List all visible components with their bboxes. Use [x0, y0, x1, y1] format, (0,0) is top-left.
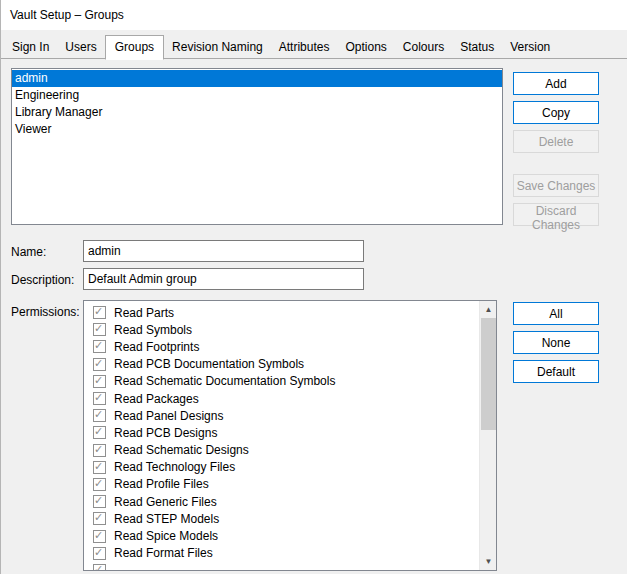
check-icon: ✓ [94, 460, 103, 473]
default-button[interactable]: Default [513, 360, 599, 383]
permission-label: Read Profile Files [114, 477, 209, 491]
permission-row[interactable]: ✓Read PCB Documentation Symbols [84, 356, 479, 373]
permission-checkbox[interactable]: ✓ [93, 512, 106, 525]
check-icon: ✓ [94, 511, 103, 524]
permission-label: Read PCB Designs [114, 426, 217, 440]
permission-checkbox[interactable]: ✓ [93, 340, 106, 353]
check-icon: ✓ [94, 305, 103, 318]
tab-sign-in[interactable]: Sign In [4, 36, 57, 59]
tab-version[interactable]: Version [502, 36, 558, 59]
tab-status[interactable]: Status [452, 36, 502, 59]
check-icon: ✓ [94, 357, 103, 370]
none-button[interactable]: None [513, 331, 599, 354]
permission-row[interactable]: ✓ [84, 562, 479, 571]
save-changes-button[interactable]: Save Changes [513, 174, 599, 197]
check-icon: ✓ [94, 322, 103, 335]
description-input[interactable] [83, 268, 364, 290]
delete-button[interactable]: Delete [513, 130, 599, 153]
all-button[interactable]: All [513, 302, 599, 325]
permission-label: Read STEP Models [114, 512, 219, 526]
permission-checkbox[interactable]: ✓ [93, 461, 106, 474]
tab-attributes[interactable]: Attributes [271, 36, 338, 59]
discard-changes-button[interactable]: Discard Changes [513, 203, 599, 226]
vault-setup-dialog: { "window": { "title": "Vault Setup – Gr… [0, 0, 627, 574]
permission-label: Read Footprints [114, 340, 199, 354]
permission-label: Read Parts [114, 306, 174, 320]
group-list-item[interactable]: admin [12, 70, 502, 87]
permission-row[interactable]: ✓Read Footprints [84, 338, 479, 355]
permission-checkbox[interactable]: ✓ [93, 306, 106, 319]
tab-groups[interactable]: Groups [105, 35, 164, 60]
permission-label: Read Panel Designs [114, 409, 223, 423]
permission-checkbox[interactable]: ✓ [93, 444, 106, 457]
description-label: Description: [11, 273, 74, 287]
tab-users[interactable]: Users [57, 36, 104, 59]
permission-row[interactable]: ✓Read Panel Designs [84, 407, 479, 424]
permission-row[interactable]: ✓Read Packages [84, 390, 479, 407]
permission-label: Read Schematic Designs [114, 443, 249, 457]
check-icon: ✓ [94, 494, 103, 507]
permission-label: Read Format Files [114, 546, 213, 560]
group-list[interactable]: adminEngineeringLibrary ManagerViewer [11, 68, 503, 225]
check-icon: ✓ [94, 408, 103, 421]
check-icon: ✓ [94, 374, 103, 387]
permissions-label: Permissions: [11, 305, 80, 319]
permission-row[interactable]: ✓Read STEP Models [84, 510, 479, 527]
check-icon: ✓ [94, 425, 103, 438]
tab-colours[interactable]: Colours [395, 36, 452, 59]
permission-row[interactable]: ✓Read Symbols [84, 321, 479, 338]
scrollbar-thumb[interactable] [481, 318, 496, 430]
window-title: Vault Setup – Groups [10, 8, 124, 22]
permission-row[interactable]: ✓Read Technology Files [84, 459, 479, 476]
permission-row[interactable]: ✓Read Schematic Designs [84, 442, 479, 459]
permission-label: Read Symbols [114, 323, 192, 337]
check-icon: ✓ [94, 546, 103, 559]
scroll-up-icon[interactable]: ▲ [480, 301, 497, 318]
check-icon: ✓ [94, 443, 103, 456]
name-input[interactable] [83, 240, 364, 262]
permission-checkbox[interactable]: ✓ [93, 409, 106, 422]
permission-row[interactable]: ✓Read Parts [84, 304, 479, 321]
tab-options[interactable]: Options [337, 36, 394, 59]
permission-checkbox[interactable]: ✓ [93, 478, 106, 491]
permission-checkbox[interactable]: ✓ [93, 564, 106, 571]
check-icon: ✓ [94, 477, 103, 490]
group-list-item[interactable]: Library Manager [12, 104, 502, 121]
permission-rows: ✓Read Parts✓Read Symbols✓Read Footprints… [84, 304, 479, 571]
copy-button[interactable]: Copy [513, 101, 599, 124]
permission-checkbox[interactable]: ✓ [93, 358, 106, 371]
permission-label: Read Schematic Documentation Symbols [114, 374, 335, 388]
name-label: Name: [11, 245, 46, 259]
check-icon: ✓ [94, 563, 103, 571]
permission-checkbox[interactable]: ✓ [93, 426, 106, 439]
tab-revision-naming[interactable]: Revision Naming [164, 36, 271, 59]
permission-label: Read Generic Files [114, 495, 217, 509]
permission-row[interactable]: ✓Read Spice Models [84, 527, 479, 544]
permission-checkbox[interactable]: ✓ [93, 530, 106, 543]
permission-label: Read PCB Documentation Symbols [114, 357, 304, 371]
check-icon: ✓ [94, 391, 103, 404]
permission-checkbox[interactable]: ✓ [93, 375, 106, 388]
group-list-item[interactable]: Engineering [12, 87, 502, 104]
title-bar: Vault Setup – Groups [1, 0, 627, 30]
tab-bar: Sign InUsersGroupsRevision NamingAttribu… [4, 40, 558, 59]
check-icon: ✓ [94, 339, 103, 352]
permission-checkbox[interactable]: ✓ [93, 495, 106, 508]
permission-checkbox[interactable]: ✓ [93, 323, 106, 336]
permission-label: Read Packages [114, 392, 199, 406]
check-icon: ✓ [94, 529, 103, 542]
permission-row[interactable]: ✓Read Generic Files [84, 493, 479, 510]
permissions-scrollbar[interactable]: ▲ ▼ [479, 301, 496, 570]
group-list-item[interactable]: Viewer [12, 121, 502, 138]
permission-checkbox[interactable]: ✓ [93, 392, 106, 405]
scroll-down-icon[interactable]: ▼ [480, 553, 497, 570]
add-button[interactable]: Add [513, 72, 599, 95]
permission-row[interactable]: ✓Read PCB Designs [84, 424, 479, 441]
permission-label: Read Technology Files [114, 460, 235, 474]
permission-label: Read Spice Models [114, 529, 218, 543]
permission-checkbox[interactable]: ✓ [93, 547, 106, 560]
permission-row[interactable]: ✓Read Profile Files [84, 476, 479, 493]
permission-row[interactable]: ✓Read Format Files [84, 545, 479, 562]
permission-row[interactable]: ✓Read Schematic Documentation Symbols [84, 373, 479, 390]
permissions-list[interactable]: ✓Read Parts✓Read Symbols✓Read Footprints… [83, 300, 497, 571]
